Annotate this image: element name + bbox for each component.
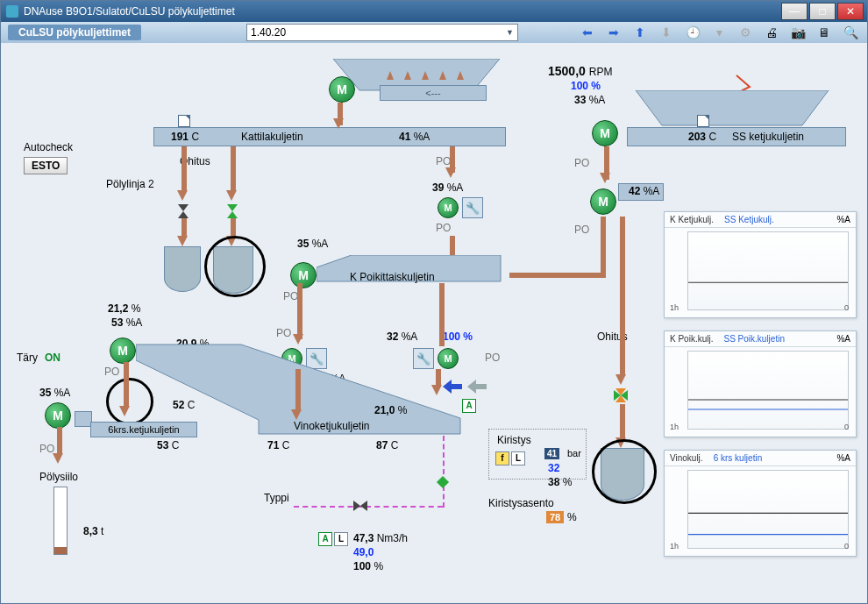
typpi-L[interactable]: L — [334, 532, 348, 546]
valve-1[interactable] — [178, 204, 189, 218]
pipe-v2 — [231, 146, 236, 190]
pct-39: 39 %A — [432, 181, 463, 194]
trend-2[interactable]: K Poik.kulj.SS Poik.kuljetin%A 1h0 — [664, 330, 857, 437]
typpi-A[interactable]: A — [318, 532, 332, 546]
check-icon-1[interactable] — [178, 115, 190, 127]
blue-arrow-left — [443, 380, 464, 397]
trend3-y0: 0 — [844, 542, 849, 551]
v53c: 53 C — [157, 439, 179, 451]
arrow-v1b — [177, 236, 188, 246]
trend1-y0: 0 — [844, 303, 849, 312]
close-button[interactable]: ✕ — [837, 3, 864, 20]
top-percent-a: 33 %A — [574, 94, 605, 106]
svg-marker-7 — [457, 71, 464, 80]
wrench-1[interactable]: 🔧 — [462, 197, 483, 218]
tank-val: 8,3 t — [83, 525, 103, 537]
trend2-unit: %A — [836, 334, 850, 344]
motor-top-left[interactable]: M — [329, 76, 355, 103]
check-icon-2[interactable] — [697, 115, 709, 127]
typpi-label: Typpi — [264, 492, 289, 504]
top-percent-blue: 100 % — [571, 80, 601, 92]
svg-marker-5 — [422, 71, 429, 80]
trend1-s2: SS Ketjukulj. — [724, 215, 774, 224]
motor-sm1[interactable]: M — [438, 197, 459, 218]
nav-forward-icon[interactable]: ➡ — [604, 23, 623, 42]
v212: 21,2 % — [108, 302, 140, 315]
kpoik-val: 35 %A — [297, 238, 328, 250]
kattilakuljetin-bar — [153, 127, 506, 146]
pipe-row2 — [439, 283, 445, 346]
trend-3[interactable]: Vinokulj.6 krs kuljetin%A 1h0 — [664, 450, 857, 557]
arrow-v1 — [177, 190, 188, 201]
svg-marker-11 — [467, 380, 487, 394]
arrow-v2 — [226, 190, 237, 201]
minimize-button[interactable]: — — [781, 3, 808, 20]
po-5: PO — [283, 290, 298, 302]
polylinja-label: Pölylinja 2 — [106, 178, 154, 190]
nav-back-icon[interactable]: ⬅ — [578, 23, 597, 42]
clock-icon[interactable]: 🕘 — [683, 23, 702, 42]
search-icon[interactable]: 🔍 — [841, 23, 860, 42]
kattila-val2: 41 %A — [399, 131, 430, 143]
arrow-ssv — [600, 173, 610, 183]
arrow-intoV1 — [291, 409, 302, 420]
gear-icon[interactable]: ⚙ — [736, 23, 755, 42]
po-2: PO — [574, 157, 589, 169]
vino-71c: 71 C — [267, 439, 289, 451]
arrow-top-m — [333, 118, 344, 129]
typpi-valve[interactable] — [353, 501, 367, 511]
typpi-100: 100 % — [353, 560, 383, 572]
address-dropdown-icon[interactable]: ▼ — [506, 28, 514, 37]
svg-marker-4 — [404, 71, 411, 80]
trend-1[interactable]: K Ketjukulj.SS Ketjukulj.%A 1h0 — [664, 211, 857, 318]
silo-1 — [164, 246, 201, 292]
device-icon[interactable]: 🖥 — [815, 23, 834, 42]
motor-kpoik[interactable]: M — [290, 262, 317, 288]
address-input[interactable]: 1.40.20 ▼ — [246, 24, 518, 41]
trend2-s1: K Poik.kulj. — [670, 334, 713, 344]
pipe-v1b — [181, 218, 187, 236]
process-canvas: 1500,0 RPM 100 % 33 %A <--- M M 191 C Ka… — [4, 45, 864, 600]
motor-ss[interactable]: M — [592, 120, 618, 146]
valve-orange-half — [614, 390, 628, 401]
window-title: DNAuse B9O1/Sulatot/CuLSU pölykuljettime… — [24, 5, 235, 18]
esto-button[interactable]: ESTO — [24, 157, 68, 174]
arrow-siilo — [53, 453, 63, 464]
svg-marker-6 — [439, 71, 446, 80]
motor-left[interactable]: M — [110, 338, 136, 364]
nav-disabled-icon: ▾ — [709, 23, 729, 42]
svg-rect-0 — [6, 5, 18, 18]
typpi-v490: 49,0 — [353, 546, 374, 558]
nav-up-icon[interactable]: ⬆ — [630, 23, 650, 42]
ring-silo2 — [204, 236, 266, 297]
po-8: PO — [104, 366, 119, 378]
pipe-ohitus — [620, 217, 625, 374]
v53a: 53 %A — [111, 316, 142, 329]
motor-farleft[interactable]: M — [45, 402, 71, 429]
kiristys-frame — [488, 429, 587, 480]
typpi-green-valve[interactable] — [437, 476, 449, 488]
feed-direction-box[interactable]: <--- — [380, 85, 487, 101]
kiristysasento-pct: % — [567, 511, 577, 523]
pipe-intoV1 — [295, 369, 301, 409]
trend2-x: 1h — [670, 423, 679, 431]
po-7: PO — [485, 352, 500, 364]
polysiilo-label: Pölysiilo — [39, 471, 78, 483]
indicator-A[interactable]: A — [462, 399, 476, 413]
valve-2[interactable] — [227, 204, 238, 218]
po-1: PO — [436, 155, 451, 167]
tary-label: Täry — [17, 352, 38, 364]
print-icon[interactable]: 🖨 — [762, 23, 781, 42]
pipe-v1 — [181, 146, 187, 190]
toolbar: CuLSU pölykuljettimet 1.40.20 ▼ ⬅ ➡ ⬆ ⬇ … — [1, 22, 867, 43]
rpm-value: 1500,0 RPM — [548, 64, 612, 78]
po-6: PO — [276, 327, 291, 339]
po-3: PO — [436, 222, 451, 234]
maximize-button[interactable]: □ — [809, 3, 836, 20]
motor-ss2[interactable]: M — [590, 188, 616, 215]
app-icon — [6, 5, 18, 18]
ring-right — [592, 439, 657, 504]
tank-siilo — [53, 487, 68, 555]
camera-icon[interactable]: 📷 — [788, 23, 808, 42]
svg-marker-2 — [636, 90, 829, 125]
